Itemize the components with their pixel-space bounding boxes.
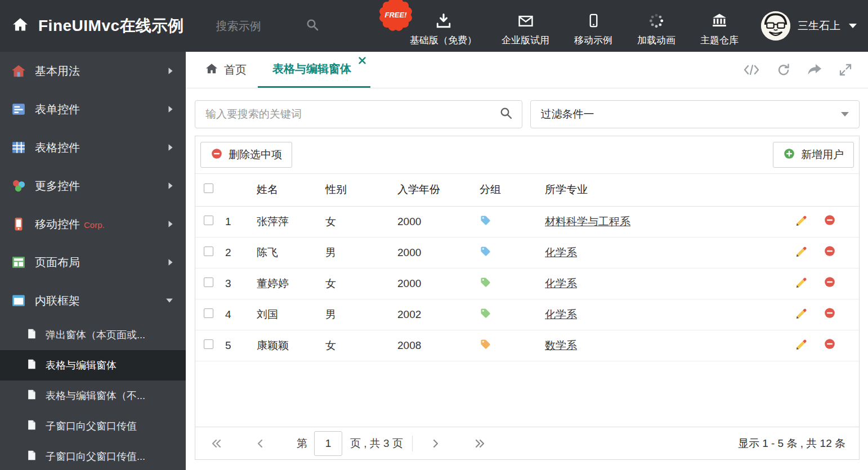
row-checkbox[interactable] [204, 216, 213, 225]
nav-item-loading-animation[interactable]: 加载动画 [637, 5, 675, 47]
tab-home[interactable]: 首页 [194, 52, 258, 88]
major-link[interactable]: 化学系 [545, 277, 577, 289]
cell-name: 董婷婷 [256, 268, 325, 299]
sidebar-item-more-controls[interactable]: 更多控件 [0, 167, 186, 205]
row-number: 4 [225, 299, 256, 330]
sidebar-item-basic-usage[interactable]: 基本用法 [0, 52, 186, 90]
phone-icon [11, 217, 26, 231]
sidebar-subitem-child-to-parent-alt[interactable]: 子窗口向父窗口传值... [0, 441, 186, 470]
filter-dropdown[interactable]: 过滤条件一 [530, 100, 860, 128]
user-menu[interactable]: 三生石上 [761, 11, 868, 41]
edit-pencil-icon[interactable] [795, 338, 808, 351]
keyword-search-box [195, 100, 522, 128]
nav-label: 基础版（免费） [410, 34, 477, 47]
nav-item-mobile-demo[interactable]: 移动示例 [574, 5, 612, 47]
sidebar-subitem-label: 子窗口向父窗口传值 [46, 419, 137, 433]
delete-row-icon[interactable] [824, 338, 836, 350]
sidebar: 基本用法 表单控件 表格控件 [0, 52, 186, 470]
sidebar-item-form-controls[interactable]: 表单控件 [0, 90, 186, 128]
add-user-button[interactable]: 新增用户 [773, 142, 854, 168]
nav-item-enterprise-trial[interactable]: 企业版试用 [502, 5, 549, 47]
major-link[interactable]: 化学系 [545, 247, 577, 258]
bank-icon [711, 12, 728, 29]
sidebar-subitem-child-to-parent[interactable]: 子窗口向父窗口传值 [0, 411, 186, 441]
form-icon [11, 102, 26, 117]
header-nav: FREE! 基础版（免费） 企业版试用 移动示例 [410, 5, 739, 47]
page-number-input[interactable] [314, 431, 342, 456]
cell-gender: 女 [325, 268, 397, 299]
table-row: 1 张萍萍 女 2000 材料科学与工程系 [195, 206, 859, 237]
envelope-icon [517, 12, 534, 29]
search-icon[interactable] [499, 106, 513, 122]
cell-gender: 男 [325, 299, 397, 330]
tab-bar: 首页 表格与编辑窗体 [186, 52, 868, 88]
nav-label: 企业版试用 [502, 34, 549, 47]
header-search-input[interactable] [215, 19, 297, 33]
nav-item-theme-repo[interactable]: 主题仓库 [700, 5, 739, 47]
record-summary: 显示 1 - 5 条 , 共 12 条 [738, 436, 845, 451]
tab-grid-edit-window[interactable]: 表格与编辑窗体 [258, 52, 370, 88]
sidebar-item-page-layout[interactable]: 页面布局 [0, 243, 186, 281]
nav-item-basic-free[interactable]: FREE! 基础版（免费） [410, 5, 477, 47]
major-link[interactable]: 材料科学与工程系 [545, 216, 630, 227]
file-icon [26, 449, 37, 465]
last-page-button[interactable] [472, 438, 487, 449]
cell-year: 2000 [397, 206, 479, 237]
sidebar-item-label: 更多控件 [35, 178, 80, 194]
sidebar-subitem-grid-edit-window-alt[interactable]: 表格与编辑窗体（不... [0, 381, 186, 411]
sidebar-subitem-label: 子窗口向父窗口传值... [46, 450, 145, 463]
brand[interactable]: FineUIMvc在线示例 [0, 15, 184, 37]
expand-icon[interactable] [839, 63, 852, 77]
search-icon[interactable] [306, 18, 319, 34]
sidebar-subitem-popup-window[interactable]: 弹出窗体（本页面或... [0, 320, 186, 350]
refresh-icon[interactable] [777, 63, 790, 77]
spinner-icon [648, 12, 664, 29]
select-all-checkbox[interactable] [204, 183, 213, 193]
table-icon [11, 140, 26, 155]
edit-pencil-icon[interactable] [795, 214, 808, 227]
cell-name: 康颖颖 [256, 330, 325, 361]
keyword-search-input[interactable] [204, 108, 499, 121]
source-code-icon[interactable] [743, 64, 760, 75]
cell-year: 2008 [397, 330, 479, 361]
user-name: 三生石上 [798, 19, 840, 33]
row-checkbox[interactable] [204, 308, 213, 318]
sidebar-item-mobile-controls[interactable]: 移动控件 Corp. [0, 205, 186, 243]
tab-label: 表格与编辑窗体 [272, 61, 351, 77]
row-checkbox[interactable] [204, 277, 213, 287]
home-icon [205, 62, 218, 78]
delete-row-icon[interactable] [824, 307, 836, 319]
row-checkbox[interactable] [204, 247, 213, 256]
tag-icon [480, 307, 491, 319]
edit-pencil-icon[interactable] [795, 276, 808, 289]
file-icon [26, 357, 37, 374]
sidebar-subitem-grid-edit-window[interactable]: 表格与编辑窗体 [0, 350, 186, 381]
edit-pencil-icon[interactable] [795, 307, 808, 320]
cell-year: 2002 [397, 299, 479, 330]
sidebar-item-label: 表格控件 [35, 140, 80, 155]
share-icon[interactable] [807, 64, 822, 76]
close-icon[interactable] [359, 57, 366, 64]
next-page-button[interactable] [428, 438, 443, 449]
table-row: 4 刘国 男 2002 化学系 [195, 299, 859, 330]
avatar [761, 11, 790, 41]
first-page-button[interactable] [209, 438, 223, 449]
cell-year: 2000 [397, 237, 479, 268]
delete-row-icon[interactable] [824, 276, 836, 288]
delete-row-icon[interactable] [824, 214, 836, 226]
sidebar-item-grid-controls[interactable]: 表格控件 [0, 128, 186, 167]
delete-selected-button[interactable]: 删除选中项 [200, 142, 292, 168]
nav-label: 移动示例 [574, 34, 612, 47]
major-link[interactable]: 数学系 [545, 339, 577, 351]
filter-row: 过滤条件一 [195, 100, 860, 128]
minus-circle-icon [211, 147, 223, 163]
sidebar-item-inline-frame[interactable]: 内联框架 [0, 281, 186, 320]
pagination-bar: 第 页 , 共 3 页 显示 1 - 5 条 , 共 12 条 [195, 427, 859, 459]
header-search [215, 18, 319, 34]
major-link[interactable]: 化学系 [545, 308, 577, 320]
row-checkbox[interactable] [204, 339, 213, 349]
edit-pencil-icon[interactable] [795, 245, 808, 258]
prev-page-button[interactable] [253, 438, 267, 449]
delete-row-icon[interactable] [824, 245, 836, 257]
sidebar-item-label: 页面布局 [35, 255, 80, 270]
